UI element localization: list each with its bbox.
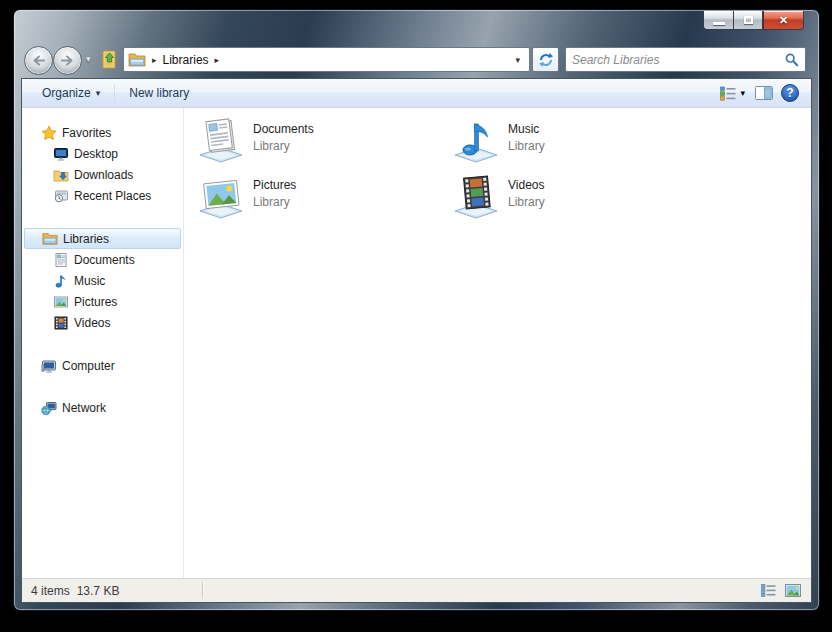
minimize-icon [713,22,725,25]
chevron-down-icon: ▾ [740,88,745,98]
forward-button[interactable] [53,46,82,75]
organize-label: Organize [42,86,91,100]
music-icon [52,273,69,289]
address-dropdown-icon[interactable]: ▾ [510,55,525,65]
library-item-music[interactable]: Music Library [451,116,701,170]
sidebar-item-videos[interactable]: Videos [22,312,183,333]
libraries-icon [41,231,58,247]
sidebar-item-label: Libraries [63,232,109,246]
sidebar-gap [22,206,183,228]
library-item-pictures[interactable]: Pictures Library [196,172,446,226]
pictures-library-icon [196,172,246,222]
libraries-location-icon [128,52,146,67]
thumbnail-view-icon [785,584,801,597]
explorer-window: ✕ ▾ ▸ Libraries ▸ ▾ [13,9,820,611]
address-bar[interactable]: ▸ Libraries ▸ ▾ [123,47,530,72]
search-box [565,47,806,72]
command-toolbar: Organize ▾ New library ▾ [22,79,811,108]
chevron-down-icon: ▾ [96,88,101,98]
search-icon[interactable] [785,53,799,67]
video-icon [52,315,69,331]
sidebar-item-desktop[interactable]: Desktop [22,143,183,164]
organize-button[interactable]: Organize ▾ [32,82,110,105]
folder-up-icon[interactable] [101,50,118,69]
navigation-pane: Favorites Desktop Downloads [22,108,184,578]
change-view-button[interactable]: ▾ [718,84,747,103]
views-icon [720,86,736,101]
library-name: Pictures [253,178,296,192]
forward-arrow-icon [60,55,75,66]
picture-icon [52,294,69,310]
sidebar-item-label: Downloads [74,168,133,182]
music-library-icon [451,116,501,166]
file-list: Documents Library [184,108,811,578]
search-input[interactable] [572,50,785,70]
library-item-documents[interactable]: Documents Library [196,116,446,170]
details-view-button[interactable] [761,584,776,597]
preview-pane-icon [755,86,773,100]
sidebar-item-pictures[interactable]: Pictures [22,291,183,312]
new-library-label: New library [129,86,189,100]
back-arrow-icon [31,55,46,66]
sidebar-gap [22,333,183,355]
library-name: Documents [253,122,314,136]
preview-pane-button[interactable] [753,84,775,102]
selection-size: 13.7 KB [77,584,120,598]
breadcrumb-location[interactable]: Libraries [163,53,209,67]
new-library-button[interactable]: New library [119,82,199,105]
statusbar-divider [202,582,203,599]
item-count: 4 items [31,584,70,598]
close-button[interactable]: ✕ [763,11,804,30]
documents-library-icon [196,116,246,166]
sidebar-item-music[interactable]: Music [22,270,183,291]
refresh-icon [538,52,554,68]
folder-up-glyph-icon [101,50,118,69]
network-icon [40,400,57,416]
breadcrumb-separator-icon: ▸ [152,55,157,65]
library-type: Library [508,195,545,209]
sidebar-item-computer[interactable]: Computer [22,355,183,376]
library-item-videos[interactable]: Videos Library [451,172,701,226]
refresh-button[interactable] [532,47,559,72]
thumbnail-view-button[interactable] [785,584,801,597]
breadcrumb-separator-icon[interactable]: ▸ [215,55,220,65]
back-button[interactable] [24,46,53,75]
document-icon [52,252,69,268]
history-dropdown[interactable]: ▾ [86,54,91,64]
details-view-icon [761,584,776,597]
sidebar-item-label: Documents [74,253,135,267]
help-button[interactable]: ? [781,84,799,102]
help-icon: ? [786,86,793,100]
downloads-icon [52,167,69,183]
library-type: Library [253,195,296,209]
sidebar-item-label: Music [74,274,105,288]
sidebar-item-network[interactable]: Network [22,397,183,418]
library-name: Videos [508,178,545,192]
restore-button[interactable] [733,11,763,30]
sidebar-item-label: Computer [62,359,115,373]
toolbar-divider [114,84,115,102]
sidebar-item-favorites[interactable]: Favorites [22,122,183,143]
close-icon: ✕ [779,14,788,27]
sidebar-item-label: Network [62,401,106,415]
window-controls: ✕ [703,11,804,30]
sidebar-item-label: Favorites [62,126,111,140]
sidebar-item-label: Recent Places [74,189,151,203]
sidebar-item-documents[interactable]: Documents [22,249,183,270]
library-name: Music [508,122,545,136]
computer-icon [40,358,57,374]
sidebar-item-recent-places[interactable]: Recent Places [22,185,183,206]
sidebar-gap [22,376,183,397]
content-area: Organize ▾ New library ▾ [21,78,812,603]
recent-places-icon [52,188,69,204]
library-type: Library [253,139,314,153]
desktop-icon [52,146,69,162]
minimize-button[interactable] [703,11,733,30]
status-bar: 4 items 13.7 KB [22,578,811,602]
sidebar-item-libraries[interactable]: Libraries [24,228,181,249]
videos-library-icon [451,172,501,222]
sidebar-item-label: Videos [74,316,110,330]
sidebar-item-downloads[interactable]: Downloads [22,164,183,185]
sidebar-item-label: Desktop [74,147,118,161]
library-type: Library [508,139,545,153]
